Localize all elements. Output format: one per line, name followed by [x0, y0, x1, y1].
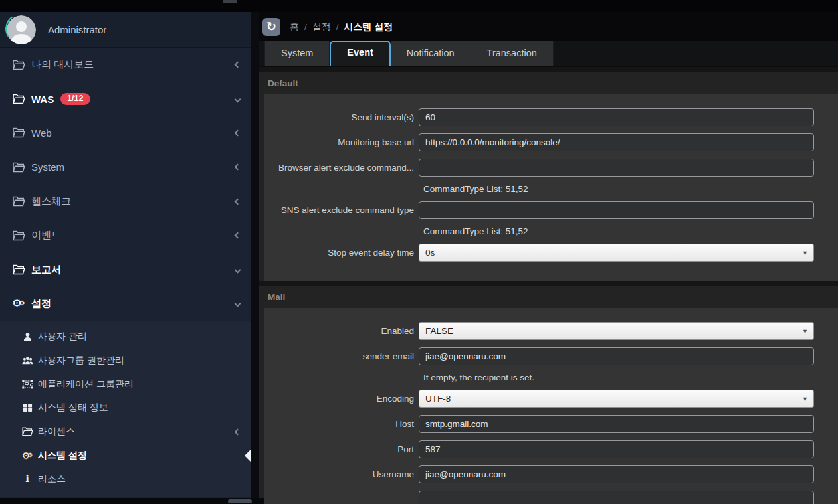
users-icon — [20, 356, 35, 365]
breadcrumb-separator: / — [336, 22, 339, 32]
sidebar-item-web[interactable]: Web — [0, 116, 251, 150]
sns-alert-exclude-command-type-input[interactable] — [419, 201, 814, 219]
sidebar-item-label: 이벤트 — [31, 229, 61, 242]
enabled-select[interactable]: FALSE▼ — [419, 322, 814, 340]
tab-system[interactable]: System — [264, 41, 330, 66]
sidebar-item-system[interactable]: System — [0, 150, 251, 184]
folder-icon — [10, 60, 27, 70]
encoding-select[interactable]: UTF-8▼ — [419, 390, 814, 408]
field-label: Enabled — [264, 322, 419, 340]
folder-icon — [10, 196, 27, 207]
user-icon — [20, 332, 35, 341]
sidebar-subitem-리소스[interactable]: i리소스 — [0, 467, 251, 491]
sidebar-submenu: 사용자 관리사용자그룹 권한관리애플리케이션 그룹관리시스템 상태 정보라이센스… — [0, 321, 251, 497]
sidebar-scrollbar-thumb[interactable] — [228, 499, 252, 503]
field-label: Browser alert exclude command... — [264, 159, 419, 177]
sidebar-item-보고서[interactable]: 보고서 — [0, 252, 251, 286]
form-group-enabled: EnabledFALSE▼ — [264, 322, 838, 340]
section-body: Send interval(s)Monitoring base urlBrows… — [264, 94, 838, 281]
sidebar-subitem-애플리케이션-그룹관리[interactable]: 애플리케이션 그룹관리 — [0, 373, 251, 396]
sidebar-subitem-시스템-상태-정보[interactable]: 시스템 상태 정보 — [0, 396, 251, 420]
active-item-marker — [245, 449, 251, 462]
breadcrumb-item-홈[interactable]: 홈 — [290, 21, 299, 32]
breadcrumb-separator: / — [304, 22, 307, 32]
sidebar-subitem-시스템-설정[interactable]: ⚙⚙시스템 설정 — [0, 444, 251, 467]
section-default: DefaultSend interval(s)Monitoring base u… — [259, 72, 838, 281]
sidebar-subitem-사용자-관리[interactable]: 사용자 관리 — [0, 325, 251, 349]
sidebar-item-label: 보고서 — [31, 264, 61, 276]
sidebar-item-나의-대시보드[interactable]: 나의 대시보드 — [0, 48, 251, 82]
breadcrumb-item-설정[interactable]: 설정 — [312, 21, 331, 32]
field-label: Username — [264, 465, 419, 483]
main-area: ↻ 홈/설정/시스템 설정 SystemEventNotificationTra… — [259, 12, 838, 504]
sidebar-item-이벤트[interactable]: 이벤트 — [0, 218, 251, 252]
folder-icon — [10, 230, 27, 241]
field-label: SNS alert exclude command type — [264, 201, 419, 219]
grid-icon — [20, 403, 35, 412]
sidebar-item-was[interactable]: WAS1/12 — [0, 82, 251, 116]
form-group-browser-alert-exclude-command: Browser alert exclude command...CommandT… — [264, 159, 838, 194]
form-group-field — [264, 491, 838, 504]
form-group-host: Host — [264, 415, 838, 433]
field-label: Send interval(s) — [264, 108, 419, 126]
dropdown-arrow-icon: ▼ — [802, 396, 808, 402]
form-group-sender-email: sender emailIf empty, the recipient is s… — [264, 347, 838, 382]
form-group-encoding: EncodingUTF-8▼ — [264, 390, 838, 408]
username-input[interactable] — [419, 465, 814, 483]
tab-event[interactable]: Event — [330, 41, 391, 66]
sidebar-subitem-label: 사용자그룹 권한관리 — [38, 355, 124, 367]
sidebar-item-설정[interactable]: ⚙⚙설정 — [0, 287, 251, 321]
settings-form: DefaultSend interval(s)Monitoring base u… — [259, 67, 838, 504]
sidebar-item-label: System — [31, 161, 64, 173]
form-group-sns-alert-exclude-command-type: SNS alert exclude command typeCommandTyp… — [264, 201, 838, 236]
form-group-port: Port — [264, 440, 838, 458]
form-group-send-interval-s: Send interval(s) — [264, 108, 838, 126]
chevron-down-icon — [235, 97, 240, 102]
breadcrumb-bar: ↻ 홈/설정/시스템 설정 — [259, 12, 838, 41]
sidebar-item-label: 헬스체크 — [31, 195, 71, 208]
app-window: Administrator 나의 대시보드WAS1/12WebSystem헬스체… — [0, 0, 838, 504]
dropdown-arrow-icon: ▼ — [802, 250, 808, 256]
chevron-down-icon — [235, 268, 240, 272]
folder-icon — [10, 162, 27, 173]
host-input[interactable] — [419, 415, 814, 433]
send-interval-s-input[interactable] — [419, 108, 814, 126]
sidebar-subitem-사용자그룹-권한관리[interactable]: 사용자그룹 권한관리 — [0, 349, 251, 373]
form-group-username: Username — [264, 465, 838, 483]
field-label: Monitoring base url — [264, 133, 419, 151]
chevron-down-icon — [235, 301, 240, 306]
object-group-icon — [20, 380, 35, 389]
folder-icon — [10, 94, 27, 104]
chevron-left-icon — [235, 233, 240, 238]
form-group-monitoring-base-url: Monitoring base url — [264, 133, 838, 151]
user-panel: Administrator — [0, 12, 251, 48]
sidebar-item-label: 설정 — [31, 297, 51, 310]
field-input[interactable] — [419, 491, 814, 504]
breadcrumb: 홈/설정/시스템 설정 — [290, 21, 393, 33]
sidebar: Administrator 나의 대시보드WAS1/12WebSystem헬스체… — [0, 12, 251, 498]
monitoring-base-url-input[interactable] — [419, 133, 814, 151]
field-help-text: If empty, the recipient is set. — [423, 373, 838, 382]
port-input[interactable] — [419, 440, 814, 458]
gears-icon: ⚙⚙ — [10, 298, 27, 309]
sidebar-subitem-라이센스[interactable]: 라이센스 — [0, 420, 251, 444]
stop-event-delay-time-select[interactable]: 0s▼ — [419, 244, 814, 262]
form-group-stop-event-delay-time: Stop event delay time0s▼ — [264, 244, 838, 262]
status-badge: 1/12 — [60, 93, 90, 105]
sender-email-input[interactable] — [419, 347, 814, 365]
tab-transaction[interactable]: Transaction — [471, 41, 554, 66]
browser-alert-exclude-command-input[interactable] — [419, 159, 814, 177]
sidebar-item-헬스체크[interactable]: 헬스체크 — [0, 185, 251, 218]
field-help-text: CommandType List: 51,52 — [423, 226, 838, 236]
chevron-left-icon — [235, 62, 240, 67]
tab-notification[interactable]: Notification — [391, 41, 471, 66]
field-label: Host — [264, 415, 419, 433]
gears-icon: ⚙⚙ — [20, 451, 35, 460]
section-mail: MailEnabledFALSE▼sender emailIf empty, t… — [259, 286, 838, 504]
select-value: FALSE — [425, 326, 453, 336]
info-icon: i — [20, 474, 35, 484]
avatar-status-ring — [3, 12, 37, 46]
field-label: Port — [264, 440, 419, 458]
section-body: EnabledFALSE▼sender emailIf empty, the r… — [264, 308, 838, 504]
refresh-button[interactable]: ↻ — [262, 18, 280, 36]
